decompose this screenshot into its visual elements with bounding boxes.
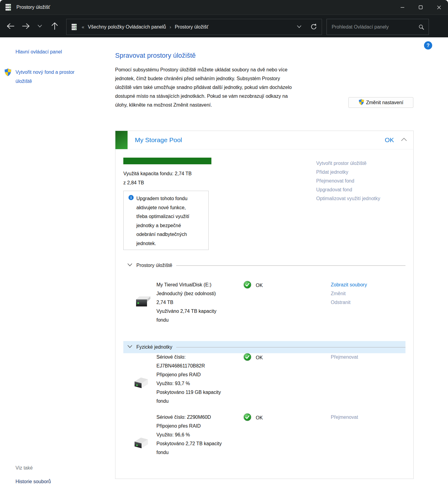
sidebar-item-control-panel-home[interactable]: Hlavní ovládací panel <box>15 49 62 55</box>
chevron-up-icon[interactable] <box>401 137 407 143</box>
pool-task-links: Vytvořit prostor úložiště Přidat jednotk… <box>316 159 380 203</box>
section-storage-spaces-label: Prostory úložiště <box>136 263 172 268</box>
storage-spaces-window: Prostory úložišť <box>0 0 448 492</box>
pool-capacity-bar <box>123 158 211 164</box>
physical-drive-links: Přejmenovat <box>331 413 358 422</box>
storage-stack-icon <box>5 3 12 11</box>
task-create-storage-space[interactable]: Vytvořit prostor úložiště <box>316 159 380 168</box>
task-optimize-drive-usage[interactable]: Optimalizovat využití jednotky <box>316 194 380 203</box>
task-rename-pool[interactable]: Přejmenovat fond <box>316 176 380 185</box>
physical-drive-details: Sériové číslo: Z290M60D Připojeno přes R… <box>156 413 241 457</box>
up-icon[interactable] <box>49 20 61 32</box>
uac-shield-icon <box>4 68 12 78</box>
storage-pool-panel: My Storage Pool OK Využitá kapacita fond… <box>115 131 414 479</box>
section-storage-spaces[interactable]: Prostory úložiště <box>123 261 405 270</box>
pool-health-color-block <box>115 131 128 149</box>
drive-provides: fondu <box>156 397 241 405</box>
drive-used: Využito: 96,6 % <box>156 430 241 439</box>
drive-serial-label: Sériové číslo: Z290M60D <box>156 413 241 422</box>
pool-name[interactable]: My Storage Pool <box>135 136 182 144</box>
recent-pages-dropdown-icon[interactable] <box>35 20 44 32</box>
window-title: Prostory úložišť <box>16 5 50 10</box>
change-settings-button[interactable]: Změnit nastavení <box>348 97 413 108</box>
see-also-heading: Viz také <box>15 465 33 471</box>
drive-serial-value: EJ7BN46861170B82R <box>156 361 241 370</box>
physical-drive-links: Přejmenovat <box>331 353 358 361</box>
close-icon[interactable] <box>430 0 448 15</box>
virtual-disk-links: Zobrazit soubory Změnit Odstranit <box>331 280 367 307</box>
pool-status: OK <box>385 136 394 144</box>
task-add-drives[interactable]: Přidat jednotky <box>316 168 380 176</box>
navigation-bar: « Všechny položky Ovládacích panelů › Pr… <box>0 15 448 37</box>
task-upgrade-pool[interactable]: Upgradovat fond <box>316 185 380 194</box>
storage-stack-icon <box>71 23 78 31</box>
physical-drive-icon <box>132 436 149 452</box>
search-box[interactable] <box>327 19 429 35</box>
rename-link[interactable]: Přejmenovat <box>331 353 358 361</box>
help-icon[interactable]: ? <box>424 41 432 50</box>
chevron-down-icon[interactable] <box>127 263 132 268</box>
pool-capacity-text: Využitá kapacita fondu: 2,74 TB z 2,84 T… <box>123 169 192 187</box>
physical-drive-icon <box>132 376 149 392</box>
virtual-disk-resiliency: Jednoduchý (bez odolnosti) <box>156 289 241 298</box>
virtual-disk-usage: Využíváno 2,74 TB kapacity <box>156 307 241 316</box>
breadcrumb-overflow-icon[interactable]: « <box>82 24 84 29</box>
search-icon[interactable] <box>418 24 424 30</box>
drive-connection: Připojeno přes RAID <box>156 422 241 430</box>
section-physical-drives[interactable]: Fyzické jednotky <box>123 341 405 353</box>
section-divider <box>176 347 405 347</box>
virtual-disk-size: 2,74 TB <box>156 298 241 307</box>
titlebar: Prostory úložišť <box>0 0 448 15</box>
page-title: Spravovat prostory úložiště <box>115 52 196 60</box>
virtual-disk-details: My Tiered VirtualDisk (E:) Jednoduchý (b… <box>156 280 241 324</box>
physical-drive-status: OK <box>243 413 263 422</box>
status-label: OK <box>256 283 263 288</box>
virtual-disk-status: OK <box>243 281 263 290</box>
pool-header[interactable]: My Storage Pool OK <box>115 131 413 149</box>
address-bar[interactable]: « Všechny položky Ovládacích panelů › Pr… <box>66 19 322 35</box>
virtual-disk-name: My Tiered VirtualDisk (E:) <box>156 280 241 289</box>
upgrade-note-text: Upgradem tohoto fondu aktivujete nové fu… <box>136 194 189 248</box>
ok-check-icon <box>243 413 251 422</box>
window-controls <box>393 0 448 15</box>
drive-provides: Poskytováno 119 GB kapacity <box>156 388 241 397</box>
section-physical-drives-label: Fyzické jednotky <box>136 344 172 350</box>
ok-check-icon <box>243 353 251 362</box>
change-link[interactable]: Změnit <box>331 289 367 298</box>
change-settings-label: Změnit nastavení <box>366 100 403 105</box>
view-files-link[interactable]: Zobrazit soubory <box>331 280 367 289</box>
status-label: OK <box>256 415 263 421</box>
breadcrumb-all-control-panel-items[interactable]: Všechny položky Ovládacích panelů <box>88 24 166 30</box>
uac-shield-icon <box>358 99 364 107</box>
delete-link[interactable]: Odstranit <box>331 298 367 307</box>
address-dropdown-icon[interactable] <box>297 24 302 30</box>
sidebar-item-file-history[interactable]: Historie souborů <box>15 479 51 484</box>
chevron-down-icon[interactable] <box>127 344 132 350</box>
sidebar-item-create-pool[interactable]: Vytvořit nový fond a prostor úložiště <box>15 68 101 86</box>
back-icon[interactable] <box>4 20 16 32</box>
drive-provides: Poskytováno 2,72 TB kapacity <box>156 439 241 448</box>
refresh-icon[interactable] <box>309 23 317 31</box>
drive-serial-label: Sériové číslo: <box>156 353 241 361</box>
forward-icon[interactable] <box>20 20 32 32</box>
search-input[interactable] <box>327 24 418 30</box>
virtual-disk-icon <box>134 295 152 310</box>
page-description: Pomocí subsystému Prostory úložiště může… <box>115 65 292 109</box>
physical-drive-details: Sériové číslo: EJ7BN46861170B82R Připoje… <box>156 353 241 405</box>
status-label: OK <box>256 355 263 360</box>
upgrade-note-box: i Upgradem tohoto fondu aktivujete nové … <box>123 191 209 250</box>
drive-used: Využito: 93,7 % <box>156 379 241 388</box>
ok-check-icon <box>243 281 251 290</box>
maximize-icon[interactable] <box>412 0 430 15</box>
section-divider <box>176 265 405 266</box>
breadcrumb-separator-icon: › <box>169 24 171 29</box>
virtual-disk-usage: fondu <box>156 316 241 324</box>
drive-connection: Připojeno přes RAID <box>156 370 241 379</box>
physical-drive-status: OK <box>243 353 263 362</box>
drive-provides: fondu <box>156 448 241 457</box>
minimize-icon[interactable] <box>393 0 412 15</box>
breadcrumb-storage-spaces[interactable]: Prostory úložišť <box>175 24 208 30</box>
info-icon: i <box>128 195 134 200</box>
rename-link[interactable]: Přejmenovat <box>331 413 358 422</box>
